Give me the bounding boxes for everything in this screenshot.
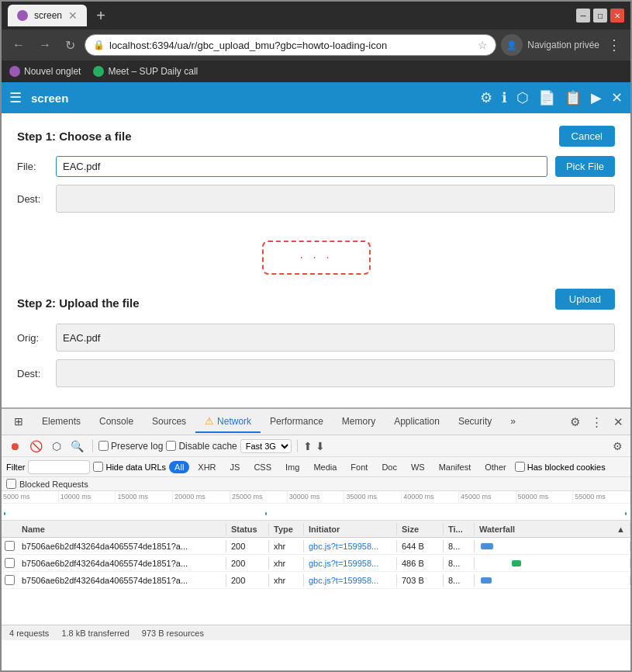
row-name-3: b7506ae6b2df43264da4065574de1851?a... (17, 574, 226, 587)
devtools-settings-button[interactable]: ⚙ (566, 413, 584, 431)
devtools-tab-security[interactable]: Security (449, 411, 501, 433)
waterfall-sort-icon[interactable]: ▲ (616, 525, 625, 534)
row-init-3[interactable]: gbc.js?t=159958... (304, 574, 397, 587)
step2-title: Step 2: Upload the file (17, 296, 140, 310)
row-checkbox-1[interactable] (5, 541, 15, 551)
size-header: Size (397, 523, 444, 535)
close-app-icon[interactable]: ✕ (611, 89, 623, 106)
row-checkbox-col (2, 541, 17, 551)
export-icon[interactable]: ⬇ (316, 440, 325, 452)
bookmark-star-icon[interactable]: ☆ (478, 39, 488, 51)
throttle-select[interactable]: Fast 3G (240, 439, 292, 453)
import-icon[interactable]: ⬆ (303, 440, 313, 452)
tick-4: 20000 ms (173, 491, 230, 503)
preserve-log-checkbox[interactable] (98, 441, 109, 451)
hide-data-label: Hide data URLs (93, 462, 166, 472)
name-header: Name (17, 523, 226, 535)
filter-pill-ws[interactable]: WS (406, 461, 430, 473)
filter-pill-css[interactable]: CSS (248, 461, 277, 473)
minimize-button[interactable]: ─ (576, 9, 590, 23)
devtools-tab-network[interactable]: ⚠ Network (195, 410, 261, 433)
devtools-tab-performance[interactable]: Performance (261, 411, 333, 433)
row-init-2[interactable]: gbc.js?t=159958... (304, 557, 397, 570)
has-blocked-checkbox[interactable] (515, 462, 525, 472)
info-icon[interactable]: ℹ (502, 89, 507, 106)
devtools-close-button[interactable]: ✕ (610, 413, 627, 431)
upload-button[interactable]: Upload (555, 289, 615, 310)
tab-close-button[interactable]: ✕ (68, 9, 78, 22)
profile-button[interactable]: 👤 (501, 34, 523, 56)
devtools-tab-application[interactable]: Application (385, 411, 449, 433)
filter-pill-all[interactable]: All (169, 461, 189, 473)
bookmark-item-meet[interactable]: Meet – SUP Daily call (93, 66, 198, 77)
maximize-button[interactable]: □ (593, 9, 607, 23)
cancel-button[interactable]: Cancel (559, 126, 615, 147)
new-tab-button[interactable]: + (90, 5, 112, 26)
active-tab[interactable]: screen ✕ (8, 5, 87, 26)
devtools-menu-button[interactable]: ⋮ (587, 413, 606, 431)
filter-pill-img[interactable]: Img (280, 461, 305, 473)
hamburger-menu-icon[interactable]: ☰ (9, 89, 22, 106)
row-name-2: b7506ae6b2df43264da4065574de1851?a... (17, 557, 226, 570)
search-button[interactable]: 🔍 (67, 438, 87, 454)
forward-button[interactable]: → (34, 35, 56, 55)
browser-menu-button[interactable]: ⋮ (604, 36, 624, 54)
spinner-area: · · · (2, 233, 630, 282)
back-button[interactable]: ← (8, 35, 29, 55)
filter-bar: Filter Hide data URLs All XHR JS CSS Img… (2, 457, 630, 477)
filter-pill-media[interactable]: Media (308, 461, 342, 473)
row-checkbox-3[interactable] (5, 575, 15, 585)
pick-file-button[interactable]: Pick File (555, 156, 615, 177)
filter-pill-other[interactable]: Other (479, 461, 512, 473)
devtools-icons: ⚙ ⋮ ✕ (566, 413, 627, 431)
record-button[interactable]: ⏺ (6, 438, 23, 454)
devtools-tab-memory[interactable]: Memory (333, 411, 385, 433)
file-row: File: Pick File (17, 156, 615, 177)
devtools-tab-elements[interactable]: Elements (33, 411, 90, 433)
dest-input[interactable] (56, 185, 615, 213)
dest-row: Dest: (17, 185, 615, 213)
table-row[interactable]: b7506ae6b2df43264da4065574de1851?a... 20… (2, 538, 630, 555)
blocked-requests-checkbox[interactable] (6, 479, 16, 489)
row-init-1[interactable]: gbc.js?t=159958... (304, 540, 397, 552)
disable-cache-checkbox[interactable] (166, 441, 176, 451)
table-header: Name Status Type Initiator Size Ti... Wa… (2, 521, 630, 538)
doc2-icon[interactable]: 📋 (565, 89, 582, 106)
puzzle-icon[interactable]: ⬡ (516, 89, 529, 106)
row-size-2: 486 B (397, 557, 444, 570)
filter-pill-manifest[interactable]: Manifest (433, 461, 477, 473)
filter-button[interactable]: ⬡ (49, 438, 64, 454)
clear-button[interactable]: 🚫 (26, 438, 46, 454)
dest-label: Dest: (17, 193, 48, 205)
file-input[interactable] (56, 156, 547, 177)
step1-section: Step 1: Choose a file Cancel File: Pick … (2, 113, 630, 233)
devtools-tab-sources[interactable]: Sources (143, 411, 195, 433)
row-checkbox-2[interactable] (5, 558, 15, 568)
hide-data-checkbox[interactable] (93, 462, 103, 472)
doc1-icon[interactable]: 📄 (538, 89, 555, 106)
filter-pill-font[interactable]: Font (345, 461, 373, 473)
devtools-tab-console[interactable]: Console (90, 411, 143, 433)
filter-pill-doc[interactable]: Doc (376, 461, 402, 473)
close-window-button[interactable]: ✕ (610, 9, 624, 23)
app-toolbar: ☰ screen ⚙ ℹ ⬡ 📄 📋 ▶ ✕ (2, 82, 630, 113)
address-bar[interactable]: 🔒 localhost:6394/ua/r/gbc_upload_bmu?gbc… (85, 34, 496, 56)
devtools-settings-gear[interactable]: ⚙ (610, 438, 626, 454)
app-title: screen (31, 92, 68, 105)
settings-icon[interactable]: ⚙ (480, 89, 492, 106)
filter-pill-xhr[interactable]: XHR (192, 461, 221, 473)
bookmark-item-new-tab[interactable]: Nouvel onglet (9, 66, 81, 77)
devtools-tab-panels[interactable]: ⊞ (5, 410, 33, 434)
refresh-button[interactable]: ↻ (60, 35, 80, 56)
devtools-tab-more[interactable]: » (501, 411, 525, 433)
table-row[interactable]: b7506ae6b2df43264da4065574de1851?a... 20… (2, 555, 630, 572)
table-row[interactable]: b7506ae6b2df43264da4065574de1851?a... 20… (2, 572, 630, 589)
filter-pill-js[interactable]: JS (225, 461, 246, 473)
row-time-1: 8... (444, 540, 475, 552)
row-checkbox-col (2, 575, 17, 585)
filter-input[interactable] (28, 460, 90, 474)
tab-favicon (17, 10, 28, 21)
play-icon[interactable]: ▶ (591, 89, 602, 106)
bookmark-label-new-tab: Nouvel onglet (24, 66, 81, 77)
has-blocked-label: Has blocked cookies (515, 462, 606, 472)
